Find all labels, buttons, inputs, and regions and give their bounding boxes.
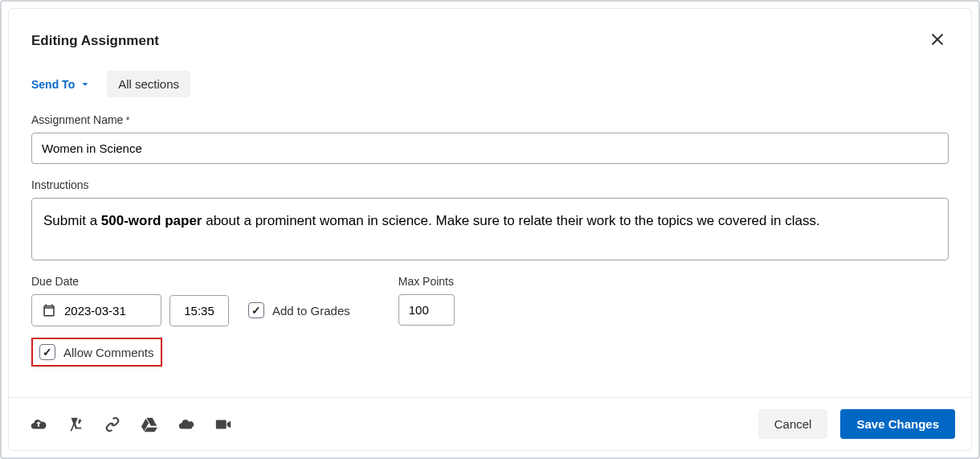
cancel-button[interactable]: Cancel <box>758 409 828 439</box>
google-drive-icon[interactable] <box>141 416 158 433</box>
video-icon[interactable] <box>214 416 232 433</box>
checkbox-icon <box>248 302 264 318</box>
instructions-text-suffix: about a prominent woman in science. Make… <box>202 213 819 228</box>
max-points-input[interactable]: 100 <box>398 294 455 326</box>
assignment-name-label: Assignment Name <box>31 113 949 126</box>
allow-comments-highlight: Allow Comments <box>31 338 162 367</box>
due-date-label: Due Date <box>31 275 350 288</box>
close-icon <box>929 31 945 47</box>
send-to-label: Send To <box>31 78 75 91</box>
save-changes-button[interactable]: Save Changes <box>840 409 955 439</box>
assignment-name-input[interactable] <box>31 133 949 164</box>
assignment-edit-panel: Editing Assignment Send To All sections … <box>8 8 972 451</box>
add-to-grades-checkbox[interactable]: Add to Grades <box>248 302 350 318</box>
upload-icon[interactable] <box>30 416 47 433</box>
instructions-text-prefix: Submit a <box>43 213 101 228</box>
max-points-value: 100 <box>409 303 429 317</box>
allow-comments-label: Allow Comments <box>63 346 154 359</box>
due-time-input[interactable]: 15:35 <box>169 295 229 326</box>
checkbox-icon <box>39 344 55 360</box>
equation-icon[interactable] <box>67 416 84 433</box>
due-date-value: 2023-03-31 <box>64 304 126 318</box>
page-title: Editing Assignment <box>31 33 159 49</box>
due-date-input[interactable]: 2023-03-31 <box>31 294 161 326</box>
calendar-icon <box>42 303 56 318</box>
max-points-label: Max Points <box>398 275 455 288</box>
instructions-text-bold: 500-word paper <box>101 213 202 228</box>
onedrive-icon[interactable] <box>178 416 195 433</box>
section-chip[interactable]: All sections <box>107 71 190 97</box>
link-icon[interactable] <box>104 416 121 433</box>
chevron-down-icon <box>80 79 91 90</box>
allow-comments-checkbox[interactable]: Allow Comments <box>39 344 154 360</box>
due-time-value: 15:35 <box>184 304 214 318</box>
close-button[interactable] <box>926 28 949 53</box>
instructions-label: Instructions <box>31 178 949 191</box>
send-to-dropdown[interactable]: Send To <box>31 78 91 91</box>
instructions-input[interactable]: Submit a 500-word paper about a prominen… <box>31 198 949 260</box>
add-to-grades-label: Add to Grades <box>272 304 350 318</box>
